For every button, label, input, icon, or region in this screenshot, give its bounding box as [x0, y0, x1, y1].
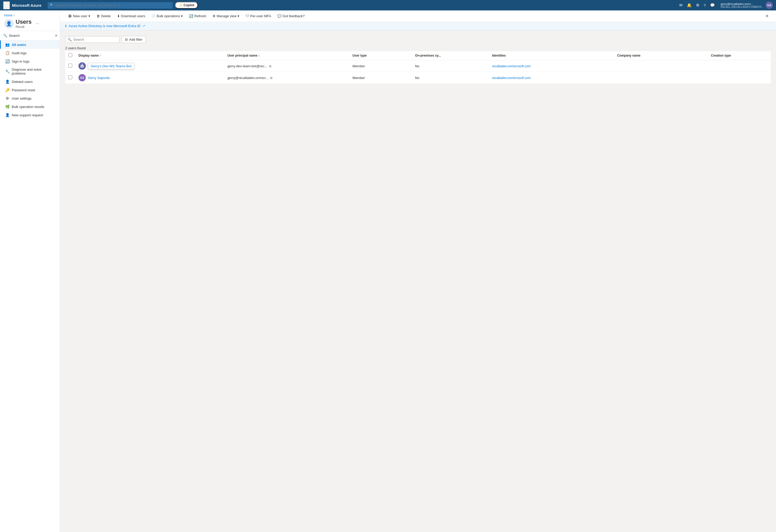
sort-display-name[interactable]: Display name ↑ — [78, 54, 101, 57]
header-display-name-label: Display name — [78, 54, 99, 57]
table-header: Display name ↑ User principal name ↕ Use… — [65, 51, 771, 60]
bulk-operations-label: Bulk operations — [157, 14, 180, 18]
content-area: ➕ New user ▾ 🗑 Delete ⬇ Download users 📄… — [60, 10, 776, 532]
sidebar-search-input[interactable] — [9, 34, 53, 37]
bulk-operations-button[interactable]: 📄 Bulk operations ▾ — [149, 13, 186, 19]
all-users-icon: 👥 — [5, 42, 10, 47]
users-table: Display name ↑ User principal name ↕ Use… — [65, 51, 771, 84]
per-user-mfa-button[interactable]: 🛡 Per-user MFA — [243, 13, 273, 19]
sidebar-item-password-reset[interactable]: 🔑 Password reset — [0, 86, 60, 94]
new-user-label: New user — [73, 14, 87, 18]
row1-upn-cell: gerry-dev-team-bot@rec... ⧉ — [224, 60, 349, 72]
help-icon-btn[interactable]: ? — [702, 1, 707, 9]
delete-button[interactable]: 🗑 Delete — [94, 13, 114, 19]
external-link-icon: ↗ — [143, 24, 145, 28]
sidebar-item-password-reset-label: Password reset — [12, 88, 35, 92]
topbar: ☰ Microsoft Azure 🔍 ✨ Copilot ✉ 🔔 ⚙ ? 💬 … — [0, 0, 776, 10]
sidebar-item-new-support-request-label: New support request — [12, 113, 43, 117]
page-more-button[interactable]: ··· — [35, 21, 40, 27]
content-inner: 🔍 ⊟ Add filter 2 users found — [60, 30, 776, 532]
sidebar-item-sign-in-logs[interactable]: 🔄 Sign-in logs — [0, 57, 60, 65]
global-search-wrap: 🔍 — [48, 2, 173, 9]
topbar-icons: ✉ 🔔 ⚙ ? 💬 — [678, 1, 716, 9]
sidebar-item-bulk-operation-results[interactable]: 🌿 Bulk operation results — [0, 103, 60, 111]
row1-copy-upn-icon[interactable]: ⧉ — [269, 64, 271, 68]
email-icon-btn[interactable]: ✉ — [678, 1, 684, 9]
sidebar-item-user-settings[interactable]: ⚙ User settings — [0, 94, 60, 103]
table-row: GS Gerry Saporito gerry@recallaidev.onmi… — [65, 72, 771, 84]
svg-rect-1 — [80, 65, 84, 67]
sort-upn[interactable]: User principal name ↕ — [227, 54, 260, 57]
row2-user-cell: GS Gerry Saporito — [78, 74, 221, 81]
header-on-premises-label: On-premises sy... — [415, 54, 441, 57]
new-user-button[interactable]: ➕ New user ▾ — [65, 13, 93, 19]
row1-user-type: Member — [353, 64, 365, 68]
download-icon: ⬇ — [117, 14, 120, 18]
row1-on-premises-cell: No — [412, 60, 489, 72]
sidebar-search-clear[interactable]: ✕ — [54, 33, 58, 38]
manage-view-icon: ⚙ — [212, 14, 216, 18]
sidebar-item-diagnose[interactable]: 🔧 Diagnose and solve problems — [0, 65, 60, 77]
header-creation-type-label: Creation type — [711, 54, 731, 57]
sidebar-nav: 👥 All users 📋 Audit logs 🔄 Sign-in logs … — [0, 40, 60, 532]
page-header: Home › 👤 Users Recall ··· — [0, 10, 60, 31]
user-avatar[interactable]: GS — [766, 2, 773, 9]
got-feedback-button[interactable]: 💬 Got feedback? — [275, 13, 308, 19]
row2-identity-link[interactable]: recallaidev.onmicrosoft.com — [492, 76, 531, 80]
row2-checkbox[interactable] — [68, 75, 72, 79]
row2-display-name-link[interactable]: Gerry Saporito — [88, 76, 110, 80]
header-on-premises: On-premises sy... — [412, 51, 489, 60]
page-title: Users — [16, 19, 31, 25]
row2-avatar: GS — [78, 74, 86, 81]
user-tenant: RECALL (RECALLAIDEV.ONMICR... — [721, 5, 764, 8]
select-all-checkbox[interactable] — [68, 53, 72, 57]
filter-icon: ⊟ — [125, 37, 128, 41]
notifications-icon-btn[interactable]: 🔔 — [685, 1, 693, 9]
row2-on-premises-cell: No — [412, 72, 489, 84]
download-users-button[interactable]: ⬇ Download users — [115, 13, 148, 19]
sort-asc-icon: ↑ — [100, 54, 101, 57]
row2-creation-type-cell — [708, 72, 771, 84]
refresh-button[interactable]: 🔃 Refresh — [186, 13, 209, 19]
table-search-input[interactable] — [73, 37, 117, 41]
table-header-row: Display name ↑ User principal name ↕ Use… — [65, 51, 771, 60]
global-search-input[interactable] — [48, 2, 173, 9]
header-user-type-label: User type — [353, 54, 367, 57]
row1-identity-link[interactable]: recallaidev.onmicrosoft.com — [492, 64, 531, 68]
bot-avatar-svg — [78, 62, 86, 69]
delete-label: Delete — [101, 14, 111, 18]
hamburger-menu[interactable]: ☰ — [3, 1, 10, 9]
sidebar-item-audit-logs[interactable]: 📋 Audit logs — [0, 49, 60, 57]
row2-avatar-initials: GS — [80, 76, 84, 79]
page-title-block: Users Recall — [16, 19, 31, 29]
row2-copy-upn-icon[interactable]: ⧉ — [270, 76, 272, 80]
copilot-button[interactable]: ✨ Copilot — [175, 2, 198, 9]
password-reset-icon: 🔑 — [5, 88, 10, 92]
add-filter-button[interactable]: ⊟ Add filter — [122, 36, 146, 43]
row1-company-name-cell — [614, 60, 708, 72]
settings-icon-btn[interactable]: ⚙ — [695, 1, 701, 9]
close-button[interactable]: ✕ — [763, 12, 771, 20]
table-row: Gerry's Dev MS Teams Bot gerry-dev-team-… — [65, 60, 771, 72]
sidebar-item-new-support-request[interactable]: 👤 New support request — [0, 111, 60, 119]
row2-upn-text: gerry@recallaidev.onmicr... — [227, 76, 268, 80]
users-count: 2 users found — [65, 45, 771, 51]
download-users-label: Download users — [121, 14, 145, 18]
breadcrumb-home[interactable]: Home — [4, 14, 12, 17]
sidebar-item-all-users[interactable]: 👥 All users — [0, 40, 60, 49]
user-email: gerry@recallaidev.onmi... — [721, 2, 764, 5]
per-user-mfa-icon: 🛡 — [246, 14, 249, 18]
sidebar-item-deleted-users[interactable]: 👤 Deleted users — [0, 77, 60, 86]
feedback-icon-btn[interactable]: 💬 — [709, 1, 717, 9]
copilot-label: Copilot — [184, 3, 194, 7]
add-filter-label: Add filter — [129, 37, 142, 41]
bulk-operation-results-icon: 🌿 — [5, 105, 10, 109]
per-user-mfa-label: Per-user MFA — [250, 14, 271, 18]
delete-icon: 🗑 — [96, 14, 100, 18]
entra-id-link[interactable]: Azure Active Directory is now Microsoft … — [68, 24, 141, 28]
toolbar: ➕ New user ▾ 🗑 Delete ⬇ Download users 📄… — [60, 10, 776, 22]
got-feedback-label: Got feedback? — [283, 14, 305, 18]
row1-checkbox[interactable] — [68, 64, 72, 67]
header-upn-label: User principal name — [227, 54, 257, 57]
manage-view-button[interactable]: ⚙ Manage view ▾ — [210, 13, 242, 19]
